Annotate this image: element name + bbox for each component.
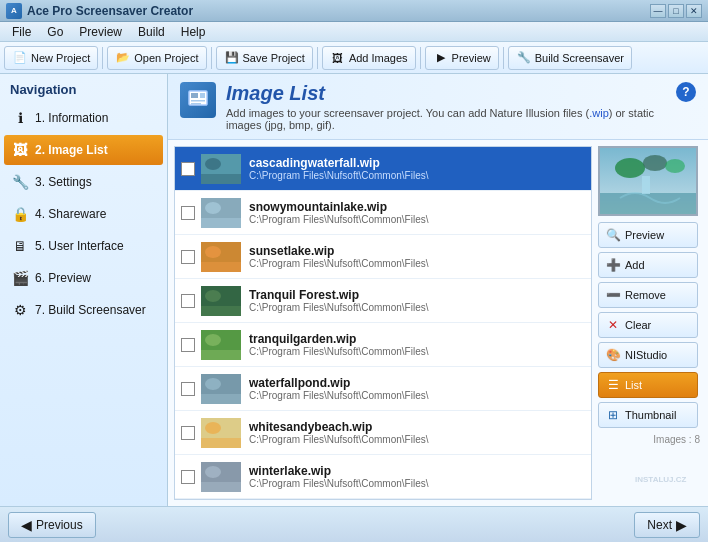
image-path: C:\Program Files\Nufsoft\Common\Files\ — [249, 302, 585, 313]
next-label: Next — [647, 518, 672, 532]
svg-rect-28 — [201, 482, 241, 492]
toolbar-btn-preview[interactable]: ▶Preview — [425, 46, 499, 70]
side-btn-label-thumbnail: Thumbnail — [625, 409, 676, 421]
nav-icon: ℹ — [10, 108, 30, 128]
bottombar: ◀ Previous Next ▶ — [0, 506, 708, 542]
svg-rect-13 — [201, 262, 241, 272]
row-thumbnail — [201, 418, 241, 448]
image-row[interactable]: sunsetlake.wipC:\Program Files\Nufsoft\C… — [175, 235, 591, 279]
maximize-button[interactable]: □ — [668, 4, 684, 18]
toolbar-icon: 💾 — [224, 50, 240, 66]
row-checkbox[interactable] — [181, 426, 195, 440]
toolbar-btn-add-images[interactable]: 🖼Add Images — [322, 46, 416, 70]
menu-item-file[interactable]: File — [4, 23, 39, 41]
row-thumbnail — [201, 462, 241, 492]
svg-point-9 — [205, 202, 221, 214]
sidebar: Navigation ℹ1. Information🖼2. Image List… — [0, 74, 168, 506]
content-description: Add images to your screensaver project. … — [226, 107, 676, 131]
side-btn-clear[interactable]: ✕Clear — [598, 312, 698, 338]
image-name: cascadingwaterfall.wip — [249, 156, 585, 170]
sidebar-item-image-list[interactable]: 🖼2. Image List — [4, 135, 163, 165]
toolbar-icon: 🔧 — [516, 50, 532, 66]
svg-point-18 — [205, 334, 221, 346]
content-header: Image List Add images to your screensave… — [168, 74, 708, 140]
side-btn-icon-remove: ➖ — [605, 287, 621, 303]
menu-item-preview[interactable]: Preview — [71, 23, 130, 41]
minimize-button[interactable]: — — [650, 4, 666, 18]
svg-rect-25 — [201, 438, 241, 448]
toolbar-btn-build-screensaver[interactable]: 🔧Build Screensaver — [508, 46, 632, 70]
svg-point-6 — [205, 158, 221, 170]
row-info: whitesandybeach.wipC:\Program Files\Nufs… — [249, 420, 585, 445]
image-name: Tranquil Forest.wip — [249, 288, 585, 302]
row-checkbox[interactable] — [181, 338, 195, 352]
previous-button[interactable]: ◀ Previous — [8, 512, 96, 538]
toolbar-icon: ▶ — [433, 50, 449, 66]
sidebar-item-build-screensaver[interactable]: ⚙7. Build Screensaver — [4, 295, 163, 325]
sidebar-item-shareware[interactable]: 🔒4. Shareware — [4, 199, 163, 229]
app-icon: A — [6, 3, 22, 19]
nav-icon: 🖼 — [10, 140, 30, 160]
image-path: C:\Program Files\Nufsoft\Common\Files\ — [249, 390, 585, 401]
next-button[interactable]: Next ▶ — [634, 512, 700, 538]
side-btn-remove[interactable]: ➖Remove — [598, 282, 698, 308]
row-info: snowymountainlake.wipC:\Program Files\Nu… — [249, 200, 585, 225]
menu-item-go[interactable]: Go — [39, 23, 71, 41]
images-count: Images : 8 — [598, 434, 704, 445]
nav-label: 2. Image List — [35, 143, 108, 157]
row-thumbnail — [201, 242, 241, 272]
side-btn-list[interactable]: ☰List — [598, 372, 698, 398]
side-btn-icon-preview: 🔍 — [605, 227, 621, 243]
toolbar-icon: 📄 — [12, 50, 28, 66]
svg-rect-1 — [191, 93, 198, 98]
row-checkbox[interactable] — [181, 294, 195, 308]
toolbar-icon: 📂 — [115, 50, 131, 66]
svg-rect-2 — [200, 93, 205, 98]
side-btn-label-list: List — [625, 379, 642, 391]
toolbar-btn-new-project[interactable]: 📄New Project — [4, 46, 98, 70]
sidebar-item-preview[interactable]: 🎬6. Preview — [4, 263, 163, 293]
svg-point-32 — [665, 159, 685, 173]
menu-item-help[interactable]: Help — [173, 23, 214, 41]
image-row[interactable]: snowymountainlake.wipC:\Program Files\Nu… — [175, 191, 591, 235]
side-btn-nistudio[interactable]: 🎨NIStudio — [598, 342, 698, 368]
nav-icon: 🖥 — [10, 236, 30, 256]
row-checkbox[interactable] — [181, 382, 195, 396]
toolbar-btn-save-project[interactable]: 💾Save Project — [216, 46, 313, 70]
toolbar-separator — [102, 47, 103, 69]
image-path: C:\Program Files\Nufsoft\Common\Files\ — [249, 170, 585, 181]
row-checkbox[interactable] — [181, 162, 195, 176]
side-btn-preview[interactable]: 🔍Preview — [598, 222, 698, 248]
svg-rect-22 — [201, 394, 241, 404]
toolbar-label: Build Screensaver — [535, 52, 624, 64]
watermark: INSTALUJ.CZ — [598, 457, 704, 500]
app-title: Ace Pro Screensaver Creator — [27, 4, 650, 18]
image-row[interactable]: Tranquil Forest.wipC:\Program Files\Nufs… — [175, 279, 591, 323]
image-name: tranquilgarden.wip — [249, 332, 585, 346]
toolbar-label: Save Project — [243, 52, 305, 64]
row-checkbox[interactable] — [181, 250, 195, 264]
row-checkbox[interactable] — [181, 206, 195, 220]
menu-item-build[interactable]: Build — [130, 23, 173, 41]
toolbar-label: Preview — [452, 52, 491, 64]
sidebar-item-user-interface[interactable]: 🖥5. User Interface — [4, 231, 163, 261]
image-row[interactable]: winterlake.wipC:\Program Files\Nufsoft\C… — [175, 455, 591, 499]
side-btn-label-clear: Clear — [625, 319, 651, 331]
help-button[interactable]: ? — [676, 82, 696, 102]
svg-rect-16 — [201, 306, 241, 316]
row-thumbnail — [201, 286, 241, 316]
close-button[interactable]: ✕ — [686, 4, 702, 18]
image-row[interactable]: waterfallpond.wipC:\Program Files\Nufsof… — [175, 367, 591, 411]
row-checkbox[interactable] — [181, 470, 195, 484]
sidebar-item-settings[interactable]: 🔧3. Settings — [4, 167, 163, 197]
image-row[interactable]: cascadingwaterfall.wipC:\Program Files\N… — [175, 147, 591, 191]
side-btn-thumbnail[interactable]: ⊞Thumbnail — [598, 402, 698, 428]
side-btn-add[interactable]: ➕Add — [598, 252, 698, 278]
image-row[interactable]: tranquilgarden.wipC:\Program Files\Nufso… — [175, 323, 591, 367]
side-btn-icon-clear: ✕ — [605, 317, 621, 333]
image-row[interactable]: whitesandybeach.wipC:\Program Files\Nufs… — [175, 411, 591, 455]
toolbar-separator — [317, 47, 318, 69]
sidebar-item-information[interactable]: ℹ1. Information — [4, 103, 163, 133]
row-info: cascadingwaterfall.wipC:\Program Files\N… — [249, 156, 585, 181]
toolbar-btn-open-project[interactable]: 📂Open Project — [107, 46, 206, 70]
